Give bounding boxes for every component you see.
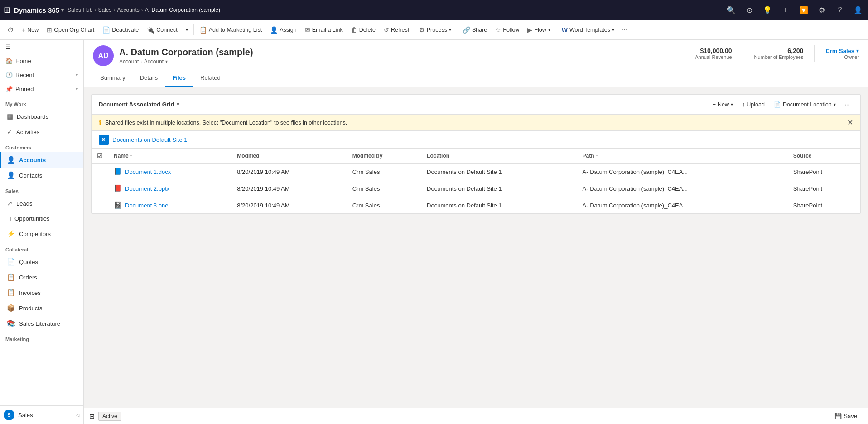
document-link[interactable]: 📓 Document 3.one (114, 201, 226, 209)
sidebar-item-accounts[interactable]: 👤 Accounts (0, 152, 83, 168)
word-templates-button[interactable]: W Word Templates ▾ (558, 24, 618, 35)
connect-button[interactable]: 🔌 Connect (143, 24, 181, 35)
brand-chevron-icon[interactable]: ▾ (61, 7, 64, 13)
row-name: 📓 Document 3.one (108, 197, 231, 214)
annual-revenue-meta: $10,000.00 Annual Revenue (695, 47, 732, 60)
row-checkbox[interactable] (92, 164, 108, 180)
row-source: SharePoint (788, 164, 860, 180)
delete-button[interactable]: 🗑 Delete (347, 24, 379, 35)
record-meta: $10,000.00 Annual Revenue 6,200 Number o… (695, 45, 859, 62)
row-source: SharePoint (788, 180, 860, 197)
checkbox-column-header[interactable]: ☑ (92, 149, 108, 164)
toolbar-separator (193, 24, 194, 35)
sidebar-item-invoices[interactable]: 📋 Invoices (0, 285, 83, 300)
sidebar-item-products[interactable]: 📦 Products (0, 300, 83, 316)
tab-files[interactable]: Files (165, 70, 193, 87)
products-icon: 📦 (7, 304, 15, 312)
sidebar-item-contacts[interactable]: 👤 Contacts (0, 168, 83, 183)
competitors-icon: ⚡ (7, 230, 15, 238)
tab-related[interactable]: Related (193, 70, 228, 87)
add-icon[interactable]: + (779, 4, 792, 16)
help-icon[interactable]: ? (834, 4, 846, 16)
flow-button[interactable]: ▶ Flow ▾ (524, 24, 554, 35)
flow-icon: ▶ (527, 26, 532, 34)
sidebar-item-dashboards[interactable]: ▦ Dashboards (0, 109, 83, 124)
waffle-menu-icon[interactable]: ⊞ (4, 5, 10, 15)
save-icon: 💾 (834, 413, 842, 419)
brand-title[interactable]: Dynamics 365 ▾ (14, 6, 64, 14)
sharepoint-location-link[interactable]: Documents on Default Site 1 (112, 136, 187, 143)
expand-icon[interactable]: ⊞ (89, 413, 95, 420)
search-icon[interactable]: 🔍 (725, 4, 738, 16)
deactivate-button[interactable]: 📄 Deactivate (99, 24, 142, 35)
name-column-header[interactable]: Name ↑ (108, 149, 231, 164)
modified-column-header[interactable]: Modified (231, 149, 347, 164)
row-checkbox[interactable] (92, 180, 108, 197)
add-to-marketing-list-button[interactable]: 📋 Add to Marketing List (196, 24, 265, 35)
document-link[interactable]: 📕 Document 2.pptx (114, 184, 226, 193)
breadcrumb-accounts[interactable]: Accounts (117, 7, 139, 13)
email-link-button[interactable]: ✉ Email a Link (301, 24, 347, 35)
row-location: Documents on Default Site 1 (421, 164, 577, 180)
sidebar-item-home[interactable]: 🏠 Home (0, 54, 83, 68)
doc-grid-more-button[interactable]: ··· (841, 100, 853, 110)
more-options-icon[interactable]: ··· (619, 24, 630, 36)
sidebar-item-sales-literature[interactable]: 📚 Sales Literature (0, 316, 83, 331)
modified-by-column-header[interactable]: Modified by (347, 149, 421, 164)
file-type-icon: 📘 (114, 168, 122, 176)
process-button[interactable]: ⚙ Process ▾ (415, 24, 455, 35)
alert-close-button[interactable]: ✕ (847, 118, 853, 127)
sidebar-item-quotes[interactable]: 📄 Quotes (0, 254, 83, 270)
doc-grid-title-chevron-icon[interactable]: ▾ (177, 101, 179, 107)
document-link[interactable]: 📘 Document 1.docx (114, 168, 226, 176)
row-path: A- Datum Corporation (sample)_C4EA... (577, 197, 788, 214)
filter-icon[interactable]: 🔽 (797, 4, 810, 16)
sidebar-item-opportunities[interactable]: □ Opportunities (0, 211, 83, 226)
assign-button[interactable]: 👤 Assign (266, 24, 300, 35)
save-button[interactable]: 💾 Save (829, 411, 863, 421)
breadcrumb-sales[interactable]: Sales (98, 7, 111, 13)
tab-summary[interactable]: Summary (93, 70, 133, 87)
path-column-header[interactable]: Path ↑ (577, 149, 788, 164)
employees-label: Number of Employees (754, 54, 804, 60)
record-type-chevron-icon[interactable]: ▾ (165, 59, 168, 64)
owner-link[interactable]: Crm Sales ▾ (825, 48, 859, 54)
sidebar-item-recent[interactable]: 🕐 Recent ▾ (0, 68, 83, 82)
follow-button[interactable]: ☆ Follow (492, 24, 523, 35)
history-icon: ⏱ (7, 26, 14, 34)
settings-icon[interactable]: ⚙ (815, 4, 828, 16)
connect-chevron-button[interactable]: ▾ (182, 25, 192, 34)
sidebar-item-pinned[interactable]: 📌 Pinned ▾ (0, 82, 83, 96)
sidebar-user-chevron-icon[interactable]: ◁ (76, 412, 80, 418)
row-checkbox[interactable] (92, 197, 108, 214)
document-location-button[interactable]: 📄 Document Location ▾ (770, 99, 839, 110)
open-org-chart-button[interactable]: ⊞ Open Org Chart (43, 24, 98, 35)
assistant-icon[interactable]: ⊙ (743, 4, 756, 16)
contacts-icon: 👤 (7, 171, 15, 179)
sidebar-menu-button[interactable]: ☰ (0, 40, 83, 54)
employees-value: 6,200 (754, 47, 804, 54)
sidebar-item-competitors[interactable]: ⚡ Competitors (0, 226, 83, 241)
refresh-button[interactable]: ↺ Refresh (380, 24, 415, 35)
source-column-header[interactable]: Source (788, 149, 860, 164)
new-document-button[interactable]: + New ▾ (709, 100, 737, 110)
sidebar-user-avatar[interactable]: S (4, 410, 14, 420)
sidebar-item-leads[interactable]: ↗ Leads (0, 196, 83, 211)
breadcrumb-sales-hub[interactable]: Sales Hub (68, 7, 92, 13)
new-button[interactable]: + New (18, 24, 42, 35)
sidebar-item-orders[interactable]: 📋 Orders (0, 270, 83, 285)
select-all-checkbox[interactable]: ☑ (97, 152, 103, 159)
share-button[interactable]: 🔗 Share (459, 24, 491, 35)
history-icon-btn[interactable]: ⏱ (4, 24, 17, 35)
location-column-header[interactable]: Location (421, 149, 577, 164)
home-icon: 🏠 (5, 58, 13, 64)
upload-button[interactable]: ↑ Upload (738, 100, 768, 110)
tab-details[interactable]: Details (133, 70, 165, 87)
user-icon[interactable]: 👤 (852, 4, 864, 16)
lightbulb-icon[interactable]: 💡 (761, 4, 774, 16)
opportunities-icon: □ (7, 215, 11, 222)
share-icon: 🔗 (463, 26, 470, 34)
table-row: 📘 Document 1.docx 8/20/2019 10:49 AM Crm… (92, 164, 860, 180)
sidebar-item-activities[interactable]: ✓ Activities (0, 124, 83, 140)
record-avatar: AD (93, 45, 114, 66)
